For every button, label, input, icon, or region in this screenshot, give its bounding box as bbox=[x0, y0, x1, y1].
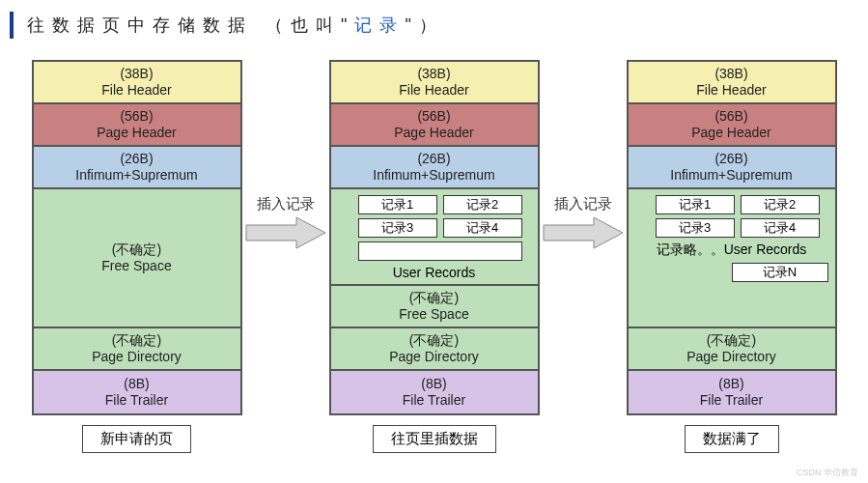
page-col-1: (38B) File Header (56B) Page Header (26B… bbox=[32, 60, 242, 453]
seg-file-header: (38B) File Header bbox=[331, 62, 538, 104]
page-title: 往数据页中存储数据 （也叫"记录"） bbox=[10, 12, 444, 39]
record-row: 记录3 记录4 bbox=[656, 218, 829, 238]
seg-file-trailer: (8B) File Trailer bbox=[331, 371, 538, 413]
record-row bbox=[358, 242, 532, 261]
seg-inf-sup: (26B) Infimum+Supremum bbox=[629, 147, 835, 189]
record-row: 记录1 记录2 bbox=[358, 195, 532, 214]
seg-page-directory: (不确定) Page Directory bbox=[629, 328, 835, 371]
diagram-row: (38B) File Header (56B) Page Header (26B… bbox=[0, 60, 868, 453]
record-3: 记录3 bbox=[358, 218, 437, 238]
record-row: 记录3 记录4 bbox=[358, 218, 532, 238]
page-col-2: (38B) File Header (56B) Page Header (26B… bbox=[329, 60, 540, 453]
record-2: 记录2 bbox=[741, 195, 820, 214]
title-highlight: 记录 bbox=[354, 15, 405, 35]
seg-inf-sup: (26B) Infimum+Supremum bbox=[331, 147, 538, 189]
title-suffix: "） bbox=[405, 15, 443, 35]
arrow-right-icon bbox=[542, 215, 625, 250]
seg-page-header: (56B) Page Header bbox=[629, 104, 835, 147]
caption-2: 往页里插数据 bbox=[373, 425, 496, 453]
seg-file-trailer: (8B) File Trailer bbox=[629, 371, 835, 413]
seg-free-space: (不确定) Free Space bbox=[331, 286, 538, 328]
seg-page-header: (56B) Page Header bbox=[331, 104, 538, 147]
seg-page-directory: (不确定) Page Directory bbox=[34, 328, 240, 371]
page-2: (38B) File Header (56B) Page Header (26B… bbox=[329, 60, 540, 415]
arrow-label: 插入记录 bbox=[257, 195, 315, 213]
svg-marker-1 bbox=[544, 217, 623, 248]
seg-inf-sup: (26B) Infimum+Supremum bbox=[34, 147, 240, 189]
seg-page-header: (56B) Page Header bbox=[34, 104, 240, 147]
arrow-1: 插入记录 bbox=[242, 195, 329, 250]
seg-file-header: (38B) File Header bbox=[629, 62, 835, 104]
record-1: 记录1 bbox=[656, 195, 735, 214]
arrow-2: 插入记录 bbox=[540, 195, 627, 250]
record-n: 记录N bbox=[732, 263, 828, 282]
record-1: 记录1 bbox=[358, 195, 437, 214]
page-col-3: (38B) File Header (56B) Page Header (26B… bbox=[627, 60, 837, 453]
svg-marker-0 bbox=[246, 217, 325, 248]
seg-user-records: 记录1 记录2 记录3 记录4 User Records bbox=[331, 189, 538, 286]
record-3: 记录3 bbox=[656, 218, 735, 238]
seg-free-space: (不确定) Free Space bbox=[34, 189, 240, 328]
seg-page-directory: (不确定) Page Directory bbox=[331, 328, 538, 371]
arrow-label: 插入记录 bbox=[554, 195, 612, 213]
record-4: 记录4 bbox=[741, 218, 820, 238]
seg-user-records: 记录1 记录2 记录3 记录4 记录略。。User Records 记录N bbox=[629, 189, 835, 328]
record-row: 记录1 记录2 bbox=[656, 195, 829, 214]
seg-file-trailer: (8B) File Trailer bbox=[34, 371, 240, 413]
caption-1: 新申请的页 bbox=[82, 425, 191, 453]
record-row: 记录N bbox=[635, 263, 828, 282]
watermark: CSDN 华信教育 bbox=[797, 467, 858, 479]
title-text: 往数据页中存储数据 （也叫"记录"） bbox=[27, 14, 444, 37]
arrow-right-icon bbox=[244, 215, 327, 250]
record-4: 记录4 bbox=[443, 218, 522, 238]
seg-file-header: (38B) File Header bbox=[34, 62, 240, 104]
record-2: 记录2 bbox=[443, 195, 522, 214]
page-1: (38B) File Header (56B) Page Header (26B… bbox=[32, 60, 242, 415]
user-records-label: User Records bbox=[393, 265, 476, 280]
page-3: (38B) File Header (56B) Page Header (26B… bbox=[627, 60, 837, 415]
title-prefix: 往数据页中存储数据 （也叫" bbox=[27, 15, 354, 35]
record-blank bbox=[358, 242, 522, 261]
title-accent-bar bbox=[10, 12, 14, 39]
user-records-ellipsis: 记录略。。User Records bbox=[637, 242, 826, 259]
caption-3: 数据满了 bbox=[685, 425, 779, 453]
